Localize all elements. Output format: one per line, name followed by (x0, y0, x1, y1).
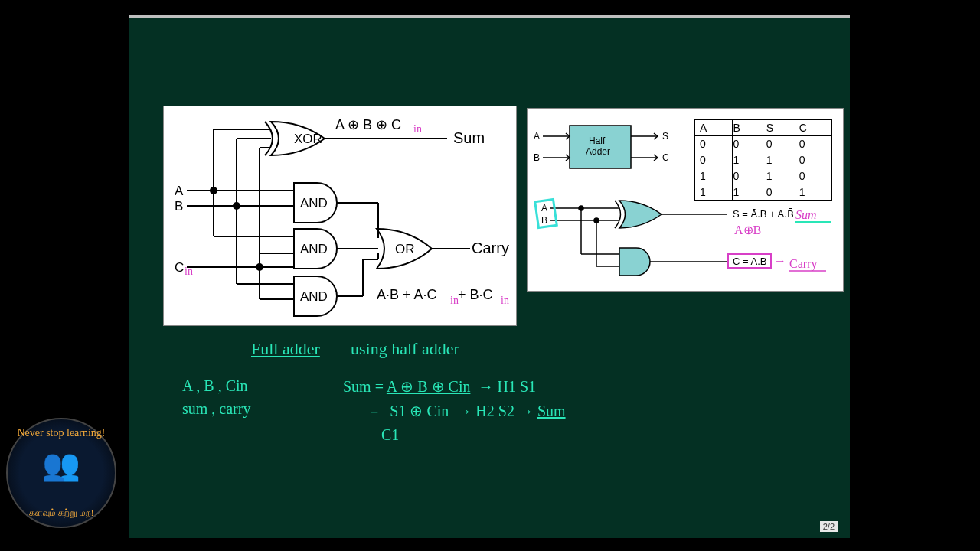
notes-title: Full adder (251, 339, 320, 359)
page-indicator: 2/2 (820, 521, 838, 532)
input-c: C (175, 260, 184, 275)
table-row: 0000 (695, 136, 832, 152)
carry-annotation: Carry (789, 257, 817, 271)
block-line1: Half (589, 135, 606, 146)
table-row: 0110 (695, 152, 832, 168)
cin-annotation: in (501, 295, 509, 306)
or-gate-label: OR (395, 242, 415, 256)
ha-in-a: A (534, 131, 540, 142)
half-adder-panel: Half Adder A B S C (527, 108, 844, 292)
notes-inputs: A , B , Cin (182, 377, 248, 395)
and-gate-label: AND (300, 196, 328, 210)
block-line2: Adder (586, 146, 610, 157)
channel-logo: Never stop learning! 👥 களவும் கற்று மற! (6, 418, 116, 528)
input-a: A (175, 184, 184, 198)
th-a: A (695, 120, 733, 136)
xor-output-eq: A ⊕ B ⊕ C (335, 117, 401, 132)
ha-circ-a: A (541, 203, 547, 214)
xor-gate-label: XOR (294, 132, 322, 146)
th-b: B (733, 120, 766, 136)
carry-label: Carry (472, 240, 509, 256)
and-gate-label: AND (300, 289, 328, 304)
s-equation: S = Ā.B + A.B̄ (733, 208, 794, 220)
screenshot-root: XOR AND AND AND OR A B C A ⊕ B ⊕ C Sum C… (0, 0, 980, 551)
cin-annotation: in (185, 266, 193, 277)
cin-annotation: in (450, 295, 459, 306)
truth-table: A B S C 0000 0110 1010 1101 (694, 119, 832, 201)
carry-eq-part1: A·B + A·C (377, 287, 437, 302)
notes-outputs: sum , carry (182, 400, 250, 418)
full-adder-svg: XOR AND AND AND OR A B C A ⊕ B ⊕ C Sum C… (164, 106, 516, 325)
ha-out-s: S (662, 131, 668, 142)
th-s: S (766, 120, 799, 136)
full-adder-panel: XOR AND AND AND OR A B C A ⊕ B ⊕ C Sum C… (163, 106, 517, 326)
cin-annotation: in (413, 123, 422, 135)
svg-text:→: → (774, 254, 786, 267)
notes-c1: C1 (381, 426, 399, 444)
sum-annotation: Sum (795, 208, 817, 221)
table-row: 1010 (695, 168, 832, 184)
and-gate-label: AND (300, 242, 328, 256)
blackboard: XOR AND AND AND OR A B C A ⊕ B ⊕ C Sum C… (129, 15, 850, 538)
carry-eq-part2: + B·C (458, 287, 493, 302)
logo-bottom-text: களவும் கற்று மற! (8, 507, 115, 519)
logo-top-text: Never stop learning! (8, 427, 115, 439)
ha-circ-b: B (541, 215, 547, 226)
th-c: C (799, 120, 831, 136)
xor-annotation: A⊕B (734, 223, 761, 236)
sum-label: Sum (453, 129, 485, 146)
notes-title-2: using half adder (351, 339, 459, 359)
input-b: B (175, 199, 183, 214)
ha-out-c: C (662, 152, 669, 163)
notes-sum-eq2: = S1 ⊕ Cin → H2 S2 → Sum (370, 402, 566, 420)
ha-in-b: B (534, 152, 540, 163)
notes-sum-eq-lhs: Sum = A ⊕ B ⊕ Cin → H1 S1 (343, 377, 536, 396)
c-equation: C = A.B (733, 256, 766, 267)
table-row: 1101 (695, 184, 832, 201)
logo-icon: 👥 (8, 447, 115, 483)
